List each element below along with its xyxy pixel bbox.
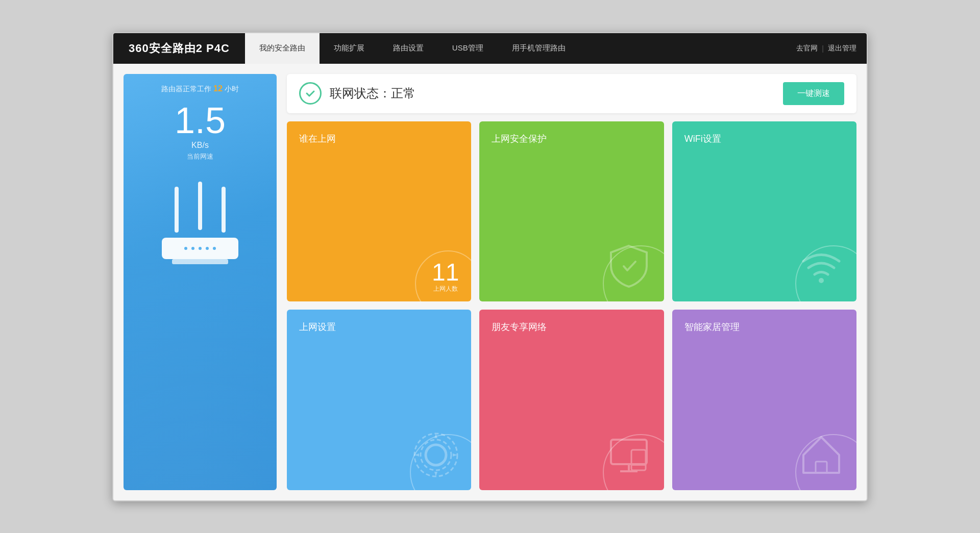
tile-security-title: 上网安全保护 [492,133,651,145]
left-panel: 路由器正常工作 12 小时 1.5 KB/s 当前网速 [124,74,277,490]
svg-rect-19 [816,462,827,473]
tab-router-settings[interactable]: 路由设置 [379,33,438,64]
status-icon [299,82,322,105]
svg-point-8 [206,247,209,250]
uptime-hours: 12 [213,84,223,93]
tile-friends-title: 朋友专享网络 [492,321,651,333]
svg-point-6 [191,247,194,250]
tab-mobile-manage[interactable]: 用手机管理路由 [498,33,580,64]
svg-point-5 [184,247,187,250]
svg-point-10 [819,278,824,283]
tab-features[interactable]: 功能扩展 [320,33,379,64]
right-panel: 联网状态：正常 一键测速 谁在上网 11 上网人数 [287,74,856,490]
uptime-text: 路由器正常工作 12 小时 [161,84,239,94]
app-frame: 360安全路由2 P4C 我的安全路由 功能扩展 路由设置 USB管理 用手机管… [112,32,868,501]
svg-rect-2 [222,187,226,233]
tab-my-router[interactable]: 我的安全路由 [245,33,320,64]
status-bar: 联网状态：正常 一键测速 [287,74,856,113]
tile-network-settings[interactable]: 上网设置 [287,310,471,490]
svg-rect-17 [631,450,646,470]
tile-smart-home[interactable]: 智能家居管理 [672,310,856,490]
svg-point-11 [426,445,446,465]
nav-right-links: 去官网 | 退出管理 [786,33,867,64]
speed-value: 1.5 [175,102,226,139]
svg-point-9 [213,247,216,250]
nav-link-logout[interactable]: 退出管理 [828,44,856,53]
nav-divider: | [822,44,824,53]
main-content: 路由器正常工作 12 小时 1.5 KB/s 当前网速 [113,64,867,500]
status-left: 联网状态：正常 [299,82,415,105]
svg-point-7 [199,247,202,250]
tile-wifi[interactable]: WiFi设置 [672,121,856,302]
speed-unit: KB/s [191,141,209,150]
svg-rect-0 [175,187,179,233]
tile-who-count: 11 上网人数 [432,260,459,293]
speed-test-button[interactable]: 一键测速 [783,82,844,105]
svg-rect-1 [198,182,202,230]
tile-wifi-title: WiFi设置 [684,133,844,145]
tile-smart-title: 智能家居管理 [684,321,844,333]
brand-name: 360安全路由2 P4C [129,41,230,56]
tiles-grid: 谁在上网 11 上网人数 上网安全保护 [287,121,856,490]
tile-network-title: 上网设置 [299,321,459,333]
status-text: 联网状态：正常 [330,85,415,101]
tab-usb[interactable]: USB管理 [438,33,498,64]
top-nav: 360安全路由2 P4C 我的安全路由 功能扩展 路由设置 USB管理 用手机管… [113,33,867,64]
tile-who-title: 谁在上网 [299,133,459,145]
speed-label: 当前网速 [187,152,213,161]
nav-link-official[interactable]: 去官网 [796,44,818,53]
svg-rect-4 [172,259,228,264]
router-illustration [144,176,256,281]
nav-tabs: 我的安全路由 功能扩展 路由设置 USB管理 用手机管理路由 [245,33,787,64]
brand-logo: 360安全路由2 P4C [113,33,245,64]
tile-security[interactable]: 上网安全保护 [479,121,664,302]
tile-who-online[interactable]: 谁在上网 11 上网人数 [287,121,471,302]
svg-rect-14 [611,440,647,464]
tile-friends-share[interactable]: 朋友专享网络 [479,310,664,490]
